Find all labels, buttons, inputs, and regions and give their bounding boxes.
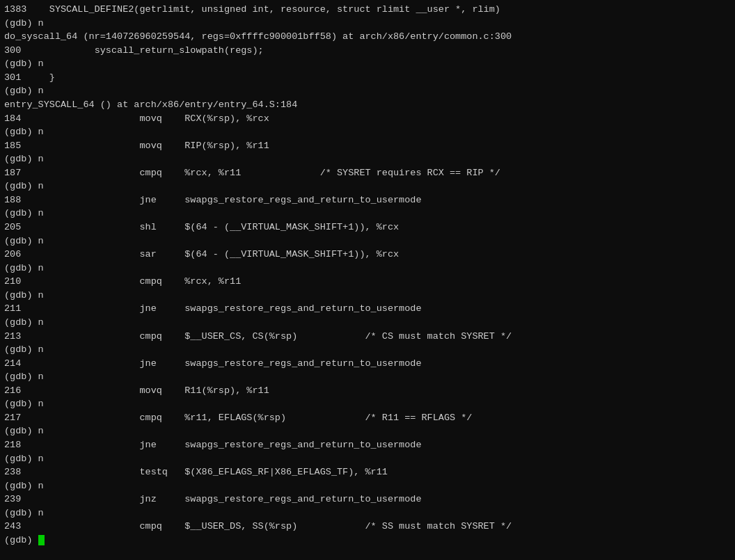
terminal-line: (gdb) n: [4, 207, 731, 221]
terminal-line: (gdb) n: [4, 84, 731, 98]
terminal-line: 243 cmpq $__USER_DS, SS(%rsp) /* SS must…: [4, 520, 731, 534]
terminal-line: entry_SYSCALL_64 () at arch/x86/entry/en…: [4, 98, 731, 112]
terminal-line: 206 sar $(64 - (__VIRTUAL_MASK_SHIFT+1))…: [4, 248, 731, 262]
terminal-line: 300 syscall_return_slowpath(regs);: [4, 44, 731, 58]
terminal-line: (gdb) n: [4, 289, 731, 303]
terminal-line: (gdb) n: [4, 125, 731, 139]
terminal-line: (gdb) n: [4, 262, 731, 275]
terminal-window[interactable]: 1383 SYSCALL_DEFINE2(getrlimit, unsigned…: [0, 0, 735, 560]
terminal-line: 214 jne swapgs_restore_regs_and_return_t…: [4, 357, 731, 371]
terminal-line: (gdb) n: [4, 316, 731, 330]
terminal-line: 185 movq RIP(%rsp), %r11: [4, 139, 731, 153]
terminal-line: 218 jne swapgs_restore_regs_and_return_t…: [4, 438, 731, 452]
terminal-line: (gdb) n: [4, 397, 731, 411]
terminal-line: 210 cmpq %rcx, %r11: [4, 275, 731, 289]
terminal-line: 238 testq $(X86_EFLAGS_RF|X86_EFLAGS_TF)…: [4, 465, 731, 479]
terminal-line: 188 jne swapgs_restore_regs_and_return_t…: [4, 193, 731, 207]
terminal-line: (gdb) n: [4, 17, 731, 31]
terminal-line: (gdb) n: [4, 234, 731, 248]
terminal-line: 239 jnz swapgs_restore_regs_and_return_t…: [4, 493, 731, 506]
terminal-line: (gdb) n: [4, 452, 731, 466]
terminal-line: (gdb) n: [4, 179, 731, 193]
terminal-cursor: [38, 535, 45, 545]
terminal-line: (gdb): [4, 534, 731, 547]
terminal-line: 213 cmpq $__USER_CS, CS(%rsp) /* CS must…: [4, 330, 731, 344]
terminal-line: (gdb) n: [4, 343, 731, 357]
terminal-line: (gdb) n: [4, 479, 731, 493]
terminal-line: (gdb) n: [4, 424, 731, 438]
terminal-line: 205 shl $(64 - (__VIRTUAL_MASK_SHIFT+1))…: [4, 221, 731, 234]
terminal-line: (gdb) n: [4, 370, 731, 384]
terminal-line: (gdb) n: [4, 152, 731, 166]
terminal-line: 301 }: [4, 71, 731, 85]
terminal-line: 1383 SYSCALL_DEFINE2(getrlimit, unsigned…: [4, 3, 731, 17]
terminal-line: 211 jne swapgs_restore_regs_and_return_t…: [4, 302, 731, 316]
terminal-line: 216 movq R11(%rsp), %r11: [4, 384, 731, 398]
terminal-line: do_syscall_64 (nr=140726960259544, regs=…: [4, 30, 731, 44]
terminal-line: 217 cmpq %r11, EFLAGS(%rsp) /* R11 == RF…: [4, 411, 731, 425]
terminal-line: (gdb) n: [4, 57, 731, 71]
terminal-line: 187 cmpq %rcx, %r11 /* SYSRET requires R…: [4, 166, 731, 180]
terminal-line: (gdb) n: [4, 506, 731, 520]
terminal-line: 184 movq RCX(%rsp), %rcx: [4, 112, 731, 126]
